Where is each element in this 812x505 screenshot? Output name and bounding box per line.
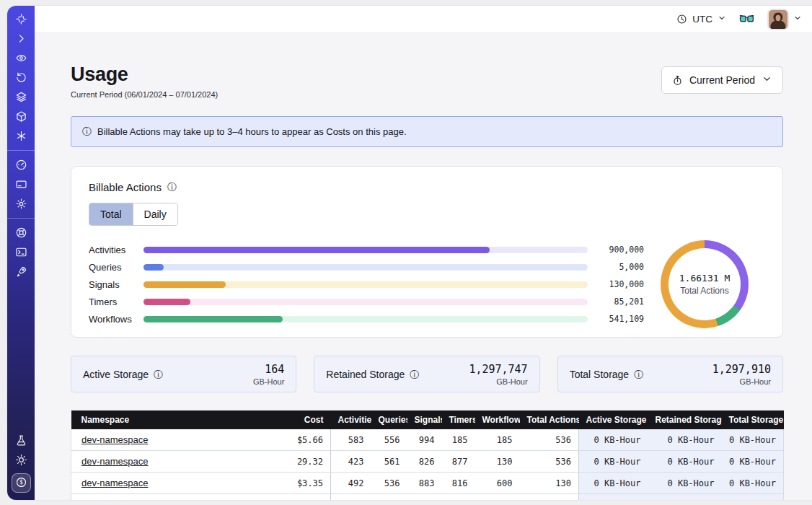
period-selector-button[interactable]: Current Period <box>661 66 783 94</box>
bar-value: 541,109 <box>598 314 644 324</box>
table-row: dev-namespace$5.665835569941851855360 KB… <box>71 429 784 451</box>
flask-icon <box>15 434 27 447</box>
info-icon[interactable]: ⓘ <box>634 370 643 379</box>
avatar <box>769 10 787 29</box>
usage-page: Usage Current Period (06/01/2024 – 07/01… <box>35 33 812 500</box>
table-cell <box>520 494 579 501</box>
sidebar: $ <box>7 6 35 500</box>
glasses-toggle-button[interactable] <box>739 14 754 24</box>
table-cell <box>281 494 331 501</box>
table-cell: 556 <box>371 429 407 451</box>
sidebar-item-layers[interactable] <box>7 87 35 107</box>
rocket-icon <box>15 265 27 278</box>
usage-bar-row-signals: Signals130,000 <box>89 276 644 293</box>
user-menu[interactable] <box>767 9 802 30</box>
sidebar-item-gear[interactable] <box>7 194 35 214</box>
info-icon[interactable]: ⓘ <box>154 370 163 379</box>
total-actions-label: Total Actions <box>680 286 728 296</box>
info-icon[interactable]: ⓘ <box>410 370 419 379</box>
table-cell: 423 <box>331 451 371 473</box>
chevron-down-icon <box>762 74 772 87</box>
storage-card-label: Active Storage <box>83 369 149 380</box>
table-cell: $5.66 <box>281 429 331 451</box>
sidebar-item-lifebuoy[interactable] <box>7 223 35 242</box>
sidebar-item-sun[interactable] <box>7 450 35 470</box>
table-cell: 492 <box>331 473 371 494</box>
table-cell: 0 KB-Hour <box>648 429 722 451</box>
bar-track <box>144 247 588 253</box>
table-cell: 600 <box>475 473 520 494</box>
clock-icon <box>676 14 687 25</box>
info-banner: ⓘ Billable Actions may take up to 3–4 ho… <box>71 116 783 147</box>
info-banner-text: Billable Actions may take up to 3–4 hour… <box>97 126 407 137</box>
column-header: Total Actions <box>520 410 579 429</box>
table-cell: 0 KB-Hour <box>722 429 784 451</box>
storage-card-unit: GB-Hour <box>712 377 771 386</box>
topbar: UTC <box>35 6 812 33</box>
column-header: Workflows <box>475 410 520 429</box>
bar-label: Timers <box>89 297 144 307</box>
sidebar-item-temporal-logo[interactable] <box>7 9 35 29</box>
namespace-link[interactable]: dev-namespace <box>81 478 149 488</box>
bar-fill <box>144 247 490 253</box>
tab-total[interactable]: Total <box>89 203 133 225</box>
column-header: Namespace <box>71 410 281 429</box>
sidebar-item-eye[interactable] <box>7 48 35 68</box>
table-cell: 994 <box>407 429 442 451</box>
sidebar-item-rocket[interactable] <box>7 262 35 281</box>
table-cell: 185 <box>442 429 475 451</box>
sidebar-item-chevron-right[interactable] <box>7 29 35 48</box>
temporal-logo-icon <box>15 13 27 25</box>
timezone-selector[interactable]: UTC <box>676 14 726 25</box>
bar-fill <box>144 299 190 305</box>
table-cell: 0 KB-Hour <box>648 451 722 473</box>
table-cell <box>71 494 281 501</box>
namespace-link[interactable]: dev-namespace <box>81 434 149 445</box>
usage-bar-row-activities: Activities900,000 <box>89 241 644 258</box>
table-cell: 0 KB-Hour <box>579 451 648 473</box>
info-icon: ⓘ <box>82 127 92 136</box>
card-title: Billable Actions <box>89 181 162 193</box>
table-cell: 561 <box>371 451 407 473</box>
sidebar-item-history[interactable] <box>7 68 35 87</box>
bar-value: 130,000 <box>598 279 644 289</box>
sun-icon <box>15 454 27 466</box>
namespace-link[interactable]: dev-namespace <box>81 456 149 467</box>
bar-track <box>144 316 588 322</box>
sidebar-item-asterisk[interactable] <box>7 126 35 146</box>
table-cell: $3.35 <box>281 473 331 494</box>
stopwatch-icon <box>672 75 683 86</box>
column-header: Timers <box>442 410 475 429</box>
sidebar-item-cube[interactable] <box>7 107 35 126</box>
usage-bar-row-workflows: Workflows541,109 <box>89 310 644 328</box>
cube-icon <box>15 110 27 123</box>
column-header: Queries <box>371 410 407 429</box>
sidebar-item-credit-card[interactable] <box>7 175 35 194</box>
sidebar-item-terminal[interactable] <box>7 242 35 262</box>
table-cell <box>475 494 520 501</box>
table-cell <box>648 494 722 501</box>
billable-actions-bar-chart: Activities900,000Queries5,000Signals130,… <box>89 241 644 328</box>
table-cell: dev-namespace <box>71 429 281 451</box>
table-row-partial <box>71 494 784 501</box>
sidebar-item-gauge[interactable] <box>7 155 35 175</box>
total-storage-card: Total Storageⓘ 1,297,910GB-Hour <box>557 356 783 392</box>
bar-label: Workflows <box>89 314 144 325</box>
info-icon[interactable]: ⓘ <box>167 183 177 192</box>
table-cell: dev-namespace <box>71 451 281 473</box>
storage-card-value: 1,297,747 <box>469 363 527 376</box>
table-cell: 185 <box>475 429 520 451</box>
table-cell: 0 KB-Hour <box>722 451 784 473</box>
storage-card-value: 1,297,910 <box>712 363 771 376</box>
table-cell: 0 KB-Hour <box>579 473 648 494</box>
table-cell: 130 <box>475 451 520 473</box>
terminal-icon <box>15 246 27 258</box>
column-header: Total Storage <box>722 410 784 429</box>
sidebar-item-coin-active[interactable]: $ <box>12 473 31 493</box>
bar-label: Queries <box>89 262 144 273</box>
table-cell <box>579 494 648 501</box>
sidebar-group-middle <box>7 155 35 214</box>
table-row: dev-namespace29.324235618268771305360 KB… <box>71 451 784 473</box>
sidebar-item-flask[interactable] <box>7 431 35 450</box>
tab-daily[interactable]: Daily <box>133 203 177 225</box>
